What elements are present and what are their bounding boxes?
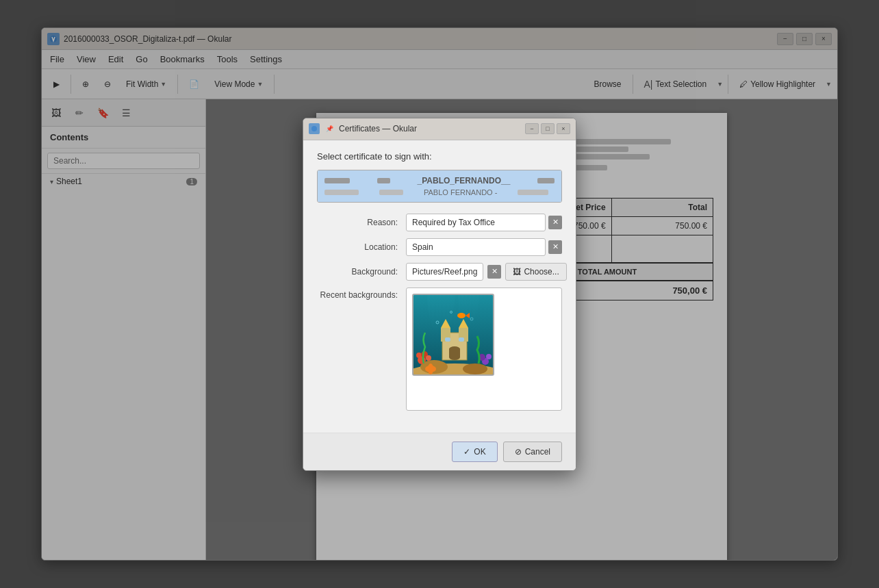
svg-rect-16	[459, 337, 464, 342]
certificate-item-0[interactable]: _PABLO_FERNANDO__ PABLO FERNANDO -	[318, 170, 561, 202]
cert-detail-0: PABLO FERNANDO -	[424, 188, 497, 196]
dialog-title-left: 📌 Certificates — Okular	[309, 123, 417, 134]
dialog-title-bar: 📌 Certificates — Okular − □ ×	[303, 118, 576, 140]
certificate-list: _PABLO_FERNANDO__ PABLO FERNANDO -	[317, 170, 562, 203]
svg-rect-15	[445, 337, 450, 342]
background-filename: Pictures/Reef.png	[406, 263, 483, 281]
dialog-footer: ✓ OK ⊘ Cancel	[303, 433, 576, 470]
background-input-wrapper: Pictures/Reef.png ✕ 🖼 Choose...	[406, 263, 567, 281]
background-choose-button[interactable]: 🖼 Choose...	[505, 263, 566, 281]
ok-label: OK	[474, 447, 485, 457]
dialog-pin-icon: 📌	[324, 123, 335, 134]
svg-point-20	[426, 355, 431, 361]
svg-point-18	[416, 353, 422, 358]
reason-clear-button[interactable]: ✕	[548, 216, 562, 229]
reason-label: Reason:	[317, 218, 406, 227]
cert-masked-6	[518, 190, 548, 195]
reason-input-wrapper: ✕	[406, 214, 562, 231]
svg-point-1	[311, 126, 317, 131]
cert-masked-1	[324, 178, 350, 183]
location-input[interactable]	[406, 238, 546, 256]
reason-input[interactable]	[406, 214, 546, 231]
svg-point-7	[463, 363, 487, 374]
certificates-dialog: 📌 Certificates — Okular − □ × Select cer…	[303, 118, 576, 471]
dialog-body: Select certificate to sign with: _PABLO_…	[303, 140, 576, 433]
ok-button[interactable]: ✓ OK	[452, 442, 497, 462]
ok-checkmark-icon: ✓	[463, 447, 470, 457]
cert-masked-5	[379, 190, 403, 195]
svg-rect-14	[449, 346, 460, 360]
svg-point-26	[457, 313, 466, 318]
background-choose-label: Choose...	[524, 267, 559, 277]
cancel-circle-icon: ⊘	[515, 447, 522, 457]
cancel-label: Cancel	[525, 447, 550, 457]
recent-backgrounds-label: Recent backgrounds:	[317, 287, 406, 300]
background-row: Background: Pictures/Reef.png ✕ 🖼 Choose…	[317, 263, 562, 281]
dialog-app-icon	[309, 123, 320, 134]
location-clear-button[interactable]: ✕	[548, 240, 562, 254]
location-input-wrapper: ✕	[406, 238, 562, 256]
cert-masked-2	[377, 178, 390, 183]
dialog-title-controls: − □ ×	[525, 123, 570, 134]
dialog-close-button[interactable]: ×	[557, 123, 570, 134]
cert-masked-4	[324, 190, 359, 195]
dialog-minimize-button[interactable]: −	[525, 123, 539, 134]
image-choose-icon: 🖼	[513, 267, 521, 277]
background-remove-button[interactable]: ✕	[487, 265, 501, 279]
recent-backgrounds-area	[406, 287, 562, 411]
cert-name-0: _PABLO_FERNANDO__	[418, 176, 511, 186]
background-label: Background:	[317, 267, 406, 277]
location-label: Location:	[317, 242, 406, 252]
reason-row: Reason: ✕	[317, 214, 562, 231]
recent-backgrounds-row: Recent backgrounds:	[317, 287, 562, 411]
svg-point-25	[428, 363, 433, 374]
modal-overlay: 📌 Certificates — Okular − □ × Select cer…	[0, 0, 879, 588]
dialog-maximize-button[interactable]: □	[541, 123, 555, 134]
location-row: Location: ✕	[317, 238, 562, 256]
cert-masked-3	[537, 178, 555, 183]
recent-thumb-reef[interactable]	[412, 294, 494, 376]
svg-point-22	[486, 354, 492, 359]
dialog-title-text: Certificates — Okular	[339, 124, 417, 133]
dialog-subtitle: Select certificate to sign with:	[317, 151, 562, 162]
cancel-button[interactable]: ⊘ Cancel	[503, 442, 562, 462]
